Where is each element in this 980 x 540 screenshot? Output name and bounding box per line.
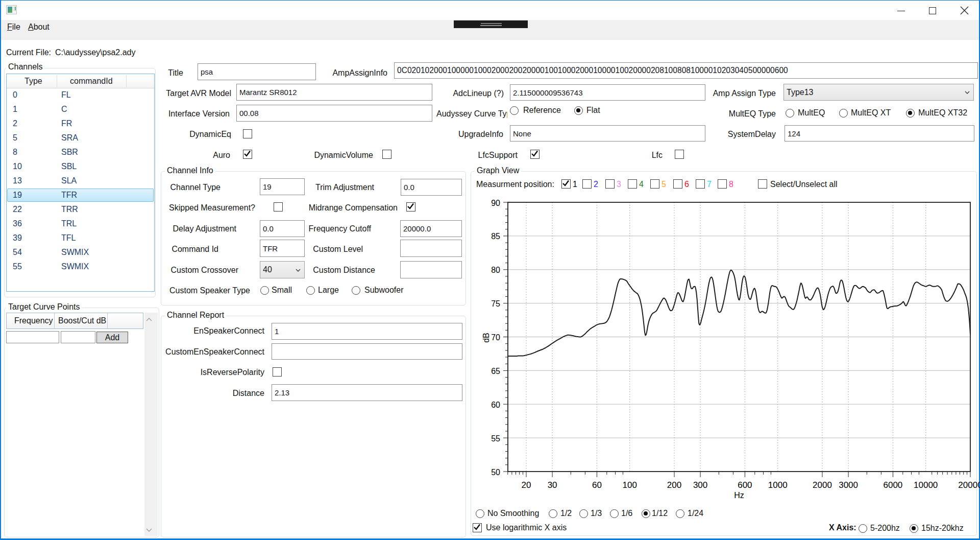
svg-text:dB: dB: [482, 333, 491, 343]
svg-text:Hz: Hz: [734, 491, 744, 500]
svg-text:50: 50: [491, 468, 500, 477]
svg-text:6000: 6000: [883, 480, 902, 490]
svg-text:70: 70: [491, 333, 500, 342]
svg-text:20: 20: [522, 480, 531, 490]
svg-text:65: 65: [491, 367, 500, 375]
svg-text:85: 85: [491, 232, 500, 241]
svg-text:100: 100: [623, 480, 637, 490]
svg-text:20000: 20000: [958, 480, 980, 490]
svg-text:75: 75: [491, 299, 500, 308]
svg-text:60: 60: [491, 401, 500, 409]
svg-text:2000: 2000: [813, 480, 832, 490]
svg-text:3000: 3000: [839, 480, 858, 490]
svg-text:90: 90: [491, 199, 500, 207]
svg-text:30: 30: [548, 480, 557, 490]
svg-text:10000: 10000: [914, 480, 938, 490]
svg-text:1000: 1000: [768, 480, 788, 490]
svg-text:200: 200: [667, 480, 681, 490]
svg-text:300: 300: [693, 480, 707, 490]
svg-text:600: 600: [738, 480, 752, 490]
svg-text:55: 55: [491, 434, 500, 443]
svg-text:80: 80: [491, 266, 500, 274]
svg-text:60: 60: [592, 480, 602, 490]
